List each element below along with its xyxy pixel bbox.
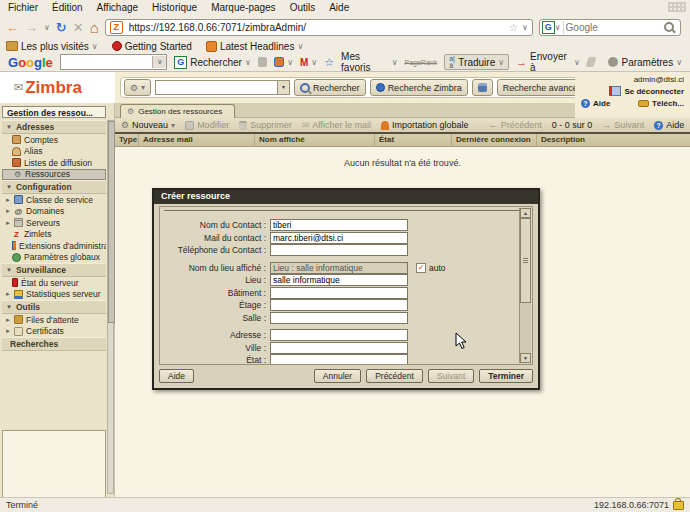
dialog-title[interactable]: Créer ressource bbox=[154, 190, 538, 204]
scroll-down-icon[interactable]: ▼ bbox=[520, 353, 531, 363]
sidebar-item-classe-de-service[interactable]: ► Classe de service bbox=[2, 194, 106, 206]
column-adresse-mail[interactable]: Adresse mail bbox=[139, 134, 255, 146]
sidebar-item-alias[interactable]: Alias bbox=[2, 146, 106, 158]
view-mail-button[interactable]: ✉ Afficher le mail bbox=[302, 120, 371, 130]
contact-phone-field[interactable] bbox=[270, 244, 408, 256]
address-field[interactable] bbox=[270, 329, 408, 341]
combo-dropdown-icon[interactable]: ∨ bbox=[152, 56, 166, 68]
contact-mail-field[interactable] bbox=[270, 232, 408, 244]
bookmark-most-visited[interactable]: Les plus visités ∨ bbox=[6, 41, 98, 52]
global-import-button[interactable]: Importation globale bbox=[381, 120, 469, 130]
menu-affichage[interactable]: Affichage bbox=[97, 2, 139, 13]
tab-gestion-des-ressources[interactable]: ⚙ Gestion des ressources bbox=[120, 104, 235, 118]
sidebar-scrollbar[interactable] bbox=[107, 120, 114, 494]
gmail-widget[interactable]: M ∨ bbox=[300, 57, 317, 68]
zimbra-search-input[interactable] bbox=[156, 82, 277, 94]
download-link[interactable]: Téléch... bbox=[638, 99, 684, 108]
sidebar-item-etat-du-serveur[interactable]: État du serveur bbox=[2, 277, 106, 289]
menu-outils[interactable]: Outils bbox=[290, 2, 316, 13]
settings-button[interactable]: Paramètres ∨ bbox=[608, 57, 682, 68]
next-button[interactable]: Suivant bbox=[428, 369, 474, 383]
expand-icon[interactable]: ► bbox=[5, 208, 11, 214]
search-button[interactable]: Rechercher bbox=[294, 79, 366, 96]
history-dropdown-icon[interactable]: ∨ bbox=[44, 23, 50, 32]
home-icon[interactable]: ⌂ bbox=[90, 20, 99, 35]
menu-aide[interactable]: Aide bbox=[329, 2, 349, 13]
web-search-box[interactable]: G ∨ bbox=[539, 19, 681, 36]
next-page-button[interactable]: → Suivant bbox=[602, 120, 644, 130]
sidebar-item-domaines[interactable]: ► @ Domaines bbox=[2, 206, 106, 218]
dialog-scrollbar[interactable]: ▲ ▼ bbox=[519, 208, 531, 363]
sidebar-item-parametres-globaux[interactable]: Paramètres globaux bbox=[2, 252, 106, 264]
dialog-help-button[interactable]: Aide bbox=[159, 369, 194, 383]
delete-button[interactable]: Supprimer bbox=[239, 120, 292, 130]
new-button[interactable]: ⚙ Nouveau ▾ bbox=[121, 120, 175, 130]
sidebar-item-certificats[interactable]: ► Certificats bbox=[2, 326, 106, 338]
building-field[interactable] bbox=[270, 287, 408, 299]
search-type-button[interactable]: ⚙ ▾ bbox=[124, 79, 151, 96]
bookmark-getting-started[interactable]: Getting Started bbox=[112, 41, 192, 52]
section-outils[interactable]: ▼ Outils bbox=[2, 300, 106, 314]
search-engine-selector[interactable]: G ∨ bbox=[540, 21, 564, 34]
column-etat[interactable]: État bbox=[375, 134, 452, 146]
scroll-up-icon[interactable]: ▲ bbox=[520, 208, 531, 218]
city-field[interactable] bbox=[270, 342, 408, 354]
sidebar-item-serveurs[interactable]: ► Serveurs bbox=[2, 217, 106, 229]
send-to-button[interactable]: → Envoyer à ∨ bbox=[516, 51, 580, 73]
prev-page-button[interactable]: ← Précédent bbox=[489, 120, 542, 130]
floor-field[interactable] bbox=[270, 299, 408, 311]
edit-button[interactable]: Modifier bbox=[185, 120, 229, 130]
search-zimbra-button[interactable]: Recherche Zimbra bbox=[370, 79, 468, 96]
column-nom-affiche[interactable]: Nom affiché bbox=[255, 134, 375, 146]
expand-icon[interactable]: ► bbox=[5, 220, 11, 226]
help-link[interactable]: ? Aide bbox=[581, 99, 610, 108]
sidebar-item-comptes[interactable]: Comptes bbox=[2, 134, 106, 146]
logout-link[interactable]: Se déconnecter bbox=[581, 86, 684, 96]
highlighter-icon[interactable] bbox=[586, 57, 596, 67]
expand-icon[interactable]: ► bbox=[5, 197, 11, 203]
section-recherches[interactable]: Recherches bbox=[2, 337, 106, 351]
sidebar-item-statistiques-serveur[interactable]: ► Statistiques serveur bbox=[2, 289, 106, 301]
bookmark-latest-headlines[interactable]: Latest Headlines ∨ bbox=[206, 41, 303, 52]
column-description[interactable]: Description bbox=[537, 134, 690, 146]
location-field[interactable] bbox=[270, 274, 408, 286]
bookmarks-widget[interactable]: ∨ bbox=[274, 57, 293, 67]
translate-button[interactable]: a|â Traduire ∨ bbox=[444, 54, 509, 70]
state-field[interactable] bbox=[270, 354, 408, 365]
auto-checkbox-group[interactable]: ✓ auto bbox=[416, 263, 446, 273]
sidebar-item-listes-de-diffusion[interactable]: Listes de diffusion bbox=[2, 157, 106, 169]
menu-edition[interactable]: Édition bbox=[52, 2, 83, 13]
sidebar-item-ressources[interactable]: ⚙ Ressources bbox=[2, 169, 106, 181]
menu-marque-pages[interactable]: Marque-pages bbox=[211, 2, 275, 13]
favorites-button[interactable]: Mes favoris ∨ bbox=[341, 51, 397, 73]
pagerank-widget[interactable]: PageRank bbox=[405, 59, 438, 66]
menu-historique[interactable]: Historique bbox=[152, 2, 197, 13]
lock-icon[interactable] bbox=[673, 501, 684, 510]
expand-icon[interactable]: ► bbox=[5, 291, 11, 297]
google-search-button[interactable]: G Rechercher ∨ bbox=[174, 56, 251, 69]
url-input[interactable] bbox=[127, 21, 505, 34]
search-magnifier-icon[interactable] bbox=[664, 22, 674, 32]
scrollbar-thumb[interactable] bbox=[108, 121, 115, 323]
scrollbar-thumb[interactable] bbox=[520, 218, 531, 303]
previous-button[interactable]: Précédent bbox=[366, 369, 423, 383]
web-search-input[interactable] bbox=[564, 21, 664, 34]
sidebar-item-zimlets[interactable]: Z Zimlets bbox=[2, 229, 106, 241]
reload-icon[interactable]: ↻ bbox=[56, 21, 67, 34]
sidebar-item-extensions-administration[interactable]: Extensions d'administration bbox=[2, 240, 106, 252]
column-type[interactable]: Type bbox=[115, 134, 139, 146]
url-dropdown-icon[interactable]: ∨ bbox=[522, 23, 528, 32]
menu-fichier[interactable]: Fichier bbox=[8, 2, 38, 13]
contact-name-field[interactable] bbox=[270, 219, 408, 231]
url-bar[interactable]: Z ☆ ∨ bbox=[105, 19, 533, 36]
save-search-button[interactable] bbox=[472, 79, 493, 96]
search-history-dropdown-icon[interactable]: ▾ bbox=[277, 81, 289, 94]
column-derniere-connexion[interactable]: Dernière connexion bbox=[452, 134, 537, 146]
section-surveillance[interactable]: ▼ Surveillance bbox=[2, 263, 106, 277]
spellcheck-icon[interactable] bbox=[258, 57, 267, 67]
room-field[interactable] bbox=[270, 312, 408, 324]
finish-button[interactable]: Terminer bbox=[479, 369, 533, 383]
expand-icon[interactable]: ► bbox=[5, 328, 11, 334]
expand-icon[interactable]: ► bbox=[5, 317, 11, 323]
cancel-button[interactable]: Annuler bbox=[314, 369, 361, 383]
